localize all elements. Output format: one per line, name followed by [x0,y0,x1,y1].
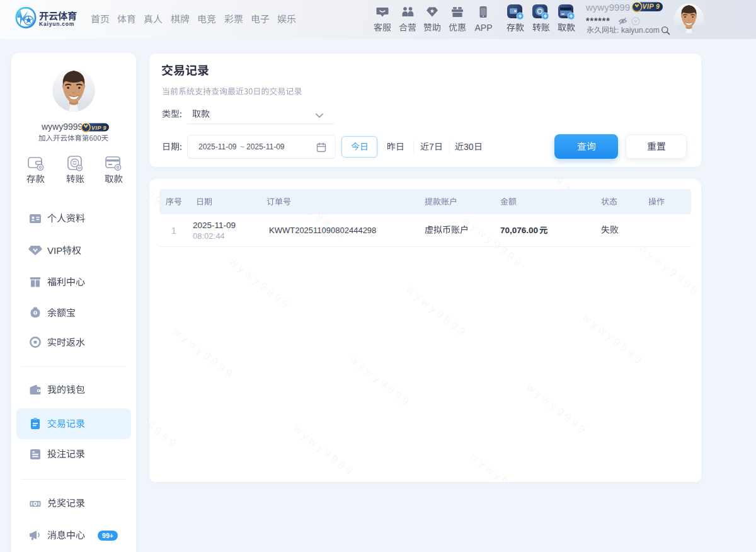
svg-text:VIP 9: VIP 9 [91,124,106,130]
svg-text:VIP 9: VIP 9 [643,3,660,10]
